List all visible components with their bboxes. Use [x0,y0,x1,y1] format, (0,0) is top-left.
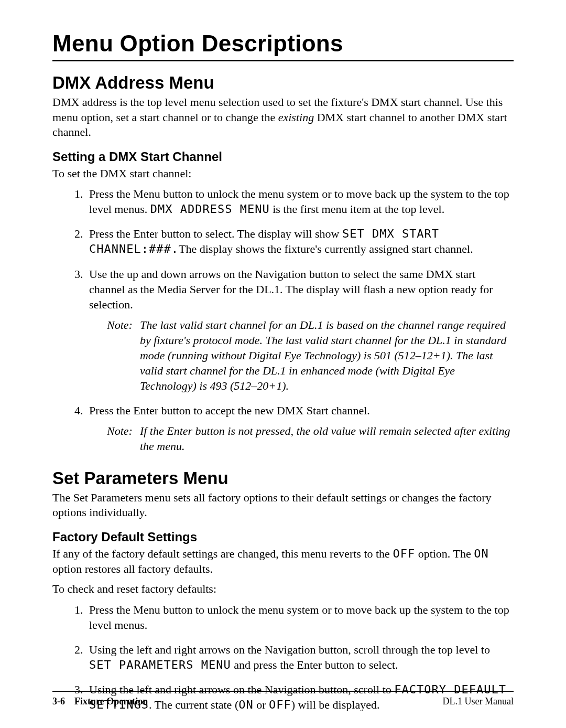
text: option. The [415,547,474,560]
text: The display shows the fixture's currentl… [179,242,473,255]
text: Use the up and down arrows on the Naviga… [89,267,493,311]
dmx-lead: To set the DMX start channel: [52,166,514,181]
params-heading: Set Parameters Menu [52,468,514,488]
text: Press the Menu button to unlock the menu… [89,603,509,631]
note-label: Note: [107,423,133,454]
text: Using the left and right arrows on the N… [89,643,490,656]
step-1: Press the Menu button to unlock the menu… [86,602,514,633]
text: Press the Enter button to select. The di… [89,227,342,240]
dmx-heading: DMX Address Menu [52,73,514,93]
dmx-subheading: Setting a DMX Start Channel [52,149,514,164]
dmx-intro: DMX address is the top level menu select… [52,95,514,140]
note: Note: The last valid start channel for a… [107,317,514,393]
manual-name: DL.1 User Manual [443,696,514,707]
step-3: Use the up and down arrows on the Naviga… [86,266,514,393]
page: Menu Option Descriptions DMX Address Men… [0,0,566,728]
params-intro: The Set Parameters menu sets all factory… [52,490,514,520]
text: is the first menu item at the top level. [270,202,445,216]
text: If any of the factory default settings a… [52,547,393,560]
title-rule [52,60,514,61]
code: DMX ADDRESS MENU [150,202,270,216]
section-name: Fixture Operation [74,696,148,707]
note: Note: If the Enter button is not pressed… [107,423,514,454]
text: Press the Enter button to accept the new… [89,404,370,417]
params-lead: To check and reset factory defaults: [52,582,514,597]
step-4: Press the Enter button to accept the new… [86,403,514,454]
params-subheading: Factory Default Settings [52,530,514,544]
page-title: Menu Option Descriptions [52,30,514,57]
step-2: Press the Enter button to select. The di… [86,226,514,256]
step-1: Press the Menu button to unlock the menu… [86,186,514,217]
footer-area: 3-6 Fixture Operation DL.1 User Manual [52,691,514,707]
step-2: Using the left and right arrows on the N… [86,642,514,672]
dmx-steps: Press the Menu button to unlock the menu… [52,186,514,453]
page-number: 3-6 [52,696,65,707]
footer-rule [52,691,514,692]
params-p1: If any of the factory default settings a… [52,547,514,576]
text: and press the Enter button to select. [231,658,398,671]
note-text: The last valid start channel for an DL.1… [140,317,514,393]
text: option restores all factory defaults. [52,562,213,575]
footer-left: 3-6 Fixture Operation [52,696,148,707]
note-label: Note: [107,317,133,393]
code: SET PARAMETERS MENU [89,658,231,671]
note-text: If the Enter button is not pressed, the … [140,423,514,454]
footer: 3-6 Fixture Operation DL.1 User Manual [52,696,514,707]
emphasis: existing [278,111,314,124]
code: ON [474,547,489,560]
code: OFF [393,547,415,560]
